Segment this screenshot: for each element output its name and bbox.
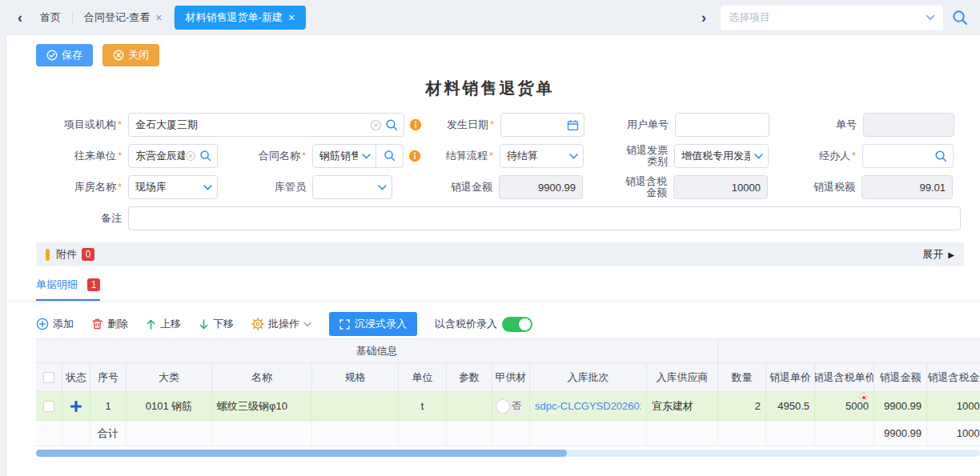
check-circle-icon (46, 50, 58, 61)
tax-entry-toggle-group: 以含税价录入 (435, 317, 532, 332)
search-icon[interactable] (199, 150, 212, 162)
clear-icon[interactable] (185, 150, 196, 162)
user-no-input[interactable] (682, 119, 762, 131)
amount-field (499, 175, 583, 199)
col-amount-tax: 销退含税金额 (927, 363, 980, 392)
group-basic-info: 基础信息 (36, 339, 718, 363)
info-icon[interactable] (408, 150, 421, 162)
tab-material-return-new[interactable]: 材料销售退货单-新建 × (175, 6, 307, 30)
col-qty: 数量 (718, 363, 766, 392)
expand-button[interactable]: 展开 ▶ (922, 247, 954, 262)
search-icon[interactable] (934, 150, 948, 163)
scrollbar-thumb[interactable] (36, 450, 567, 457)
occur-date-field[interactable] (500, 113, 584, 137)
row-seq: 1 (90, 392, 127, 421)
settle-flow-value: 待结算 (507, 149, 538, 163)
select-all-checkbox[interactable] (43, 372, 54, 383)
clear-icon[interactable] (370, 119, 382, 131)
delete-row-button[interactable]: 删除 (91, 317, 128, 331)
tab-home[interactable]: 首页 (29, 6, 72, 30)
tax-entry-label: 以含税价录入 (435, 317, 497, 331)
counterparty-field[interactable] (128, 144, 218, 168)
project-input[interactable] (135, 119, 397, 131)
tabs-forward-icon[interactable]: › (695, 10, 713, 26)
col-supplier: 入库供应商 (647, 363, 718, 392)
move-down-label: 下移 (213, 317, 234, 331)
close-button[interactable]: 关闭 (102, 44, 159, 66)
row-supplier: 宜东建材 (647, 392, 718, 421)
immersive-entry-button[interactable]: 沉浸式录入 (329, 312, 417, 336)
row-price-tax-value: 5000 (845, 400, 869, 412)
table-horizontal-scrollbar[interactable] (36, 450, 980, 457)
row-name[interactable]: 螺纹三级钢φ10 (212, 392, 312, 421)
row-param[interactable] (447, 392, 492, 421)
user-no-label: 用户单号 (584, 119, 675, 130)
row-checkbox[interactable] (43, 401, 54, 412)
row-price[interactable]: 4950.5 (766, 392, 815, 421)
row-price-tax[interactable]: 5000 (815, 392, 874, 421)
remark-input[interactable] (135, 213, 954, 225)
attachment-count-badge: 0 (82, 248, 94, 261)
contract-value: 钢筋销售 (319, 149, 358, 163)
edited-cell-marker-icon (859, 393, 867, 401)
batch-ops-button[interactable]: 批操作 (251, 317, 311, 331)
attachment-section-bar[interactable]: 附件 0 展开 ▶ (36, 242, 964, 266)
row-qty[interactable]: 2 (718, 392, 766, 421)
contract-select[interactable]: 钢筋销售 (312, 144, 376, 168)
detail-count-badge: 1 (87, 278, 100, 291)
global-search-icon[interactable] (951, 9, 969, 26)
search-icon[interactable] (385, 118, 399, 132)
tabs-back-icon[interactable]: ‹ (11, 10, 29, 26)
arrow-up-icon (146, 318, 156, 330)
warehouse-select[interactable]: 现场库 (128, 175, 218, 199)
invoice-type-value: 增值税专用发票 (681, 149, 750, 163)
batch-link[interactable]: sdpc-CLCGYSD2026010 (535, 400, 641, 412)
invoice-type-label: 销退发票类别 (584, 145, 674, 167)
project-field[interactable] (128, 113, 404, 137)
collapsed-sidebar-strip (0, 35, 6, 476)
move-down-button[interactable]: 下移 (199, 317, 234, 331)
plus-circle-icon (36, 318, 49, 330)
row-category[interactable]: 0101 钢筋 (127, 392, 212, 421)
x-circle-icon (113, 50, 124, 61)
delete-row-label: 删除 (107, 317, 128, 331)
move-up-button[interactable]: 上移 (146, 317, 181, 331)
chevron-down-icon (362, 154, 371, 159)
table-group-header: 基础信息 (36, 339, 980, 363)
remark-field[interactable] (128, 206, 961, 230)
tax-entry-toggle[interactable] (502, 317, 532, 332)
calendar-icon[interactable] (567, 119, 579, 131)
contract-search-button[interactable] (376, 144, 404, 168)
col-price: 销退单价 (766, 363, 815, 392)
keeper-select[interactable] (312, 175, 392, 199)
add-row-label: 添加 (53, 317, 74, 331)
save-button[interactable]: 保存 (36, 44, 93, 66)
row-status-cell[interactable] (62, 392, 90, 421)
handler-field[interactable] (862, 144, 954, 168)
detail-toolbar: 添加 删除 上移 下移 批操作 沉浸式录入 以含税价录入 (0, 302, 980, 337)
doc-no-label: 单号 (769, 119, 863, 130)
move-up-label: 上移 (160, 317, 181, 331)
invoice-type-select[interactable]: 增值税专用发票 (674, 144, 769, 168)
user-no-field[interactable] (675, 113, 769, 137)
tab-close-icon[interactable]: × (155, 11, 162, 24)
tab-close-icon[interactable]: × (288, 11, 295, 24)
row-owner-supplied: 否 (492, 392, 530, 421)
plus-bold-icon (70, 401, 82, 412)
owner-supplied-toggle[interactable]: 否 (495, 398, 524, 414)
detail-tab-label: 单据明细 (36, 278, 78, 292)
chevron-down-icon (754, 154, 763, 159)
add-row-button[interactable]: 添加 (36, 317, 74, 331)
remark-label: 备注 (36, 213, 128, 224)
total-amount-tax: 10000 (927, 421, 980, 446)
row-spec[interactable] (312, 392, 399, 421)
info-icon[interactable] (409, 118, 422, 131)
table-row[interactable]: 1 0101 钢筋 螺纹三级钢φ10 t 否 sdpc-CLCGYSD20260… (36, 392, 980, 421)
chevron-down-icon (378, 185, 387, 190)
tab-detail-lines[interactable]: 单据明细 1 (36, 278, 100, 301)
project-select[interactable]: 选择项目 (721, 6, 943, 30)
col-owner-supplied: 甲供材 (492, 363, 530, 392)
tab-contract-view[interactable]: 合同登记-查看 × (73, 6, 174, 30)
settle-flow-select[interactable]: 待结算 (500, 144, 584, 168)
chevron-down-icon (203, 185, 212, 190)
